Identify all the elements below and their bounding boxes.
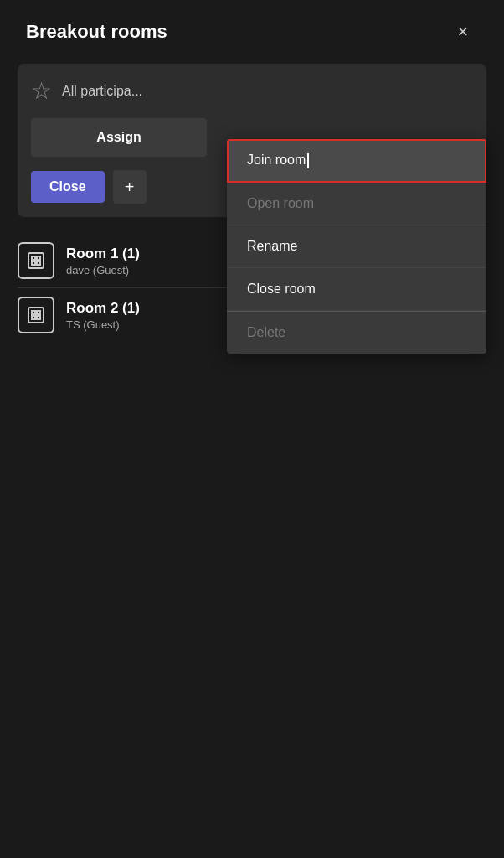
room-sub: TS (Guest) [66, 318, 140, 331]
panel-header: Breakout rooms × [9, 17, 495, 64]
svg-rect-7 [37, 311, 40, 314]
room-info: Room 1 (1) dave (Guest) [66, 246, 140, 277]
svg-rect-3 [32, 261, 35, 265]
menu-item-delete: Delete [227, 311, 486, 354]
room-icon [18, 297, 54, 333]
panel-title: Breakout rooms [26, 21, 167, 43]
close-rooms-button[interactable]: Close [31, 171, 105, 203]
room-info: Room 2 (1) TS (Guest) [66, 300, 140, 331]
room-sub: dave (Guest) [66, 264, 140, 277]
svg-rect-6 [32, 311, 35, 314]
svg-rect-8 [32, 316, 35, 319]
all-participants-row: ☆ All participa... [31, 77, 473, 105]
context-menu: Join room Open room Rename Close room De… [227, 139, 486, 354]
star-icon: ☆ [31, 77, 52, 105]
room-left: Room 1 (1) dave (Guest) [18, 242, 140, 279]
svg-rect-4 [37, 261, 40, 265]
menu-item-join-room[interactable]: Join room [227, 139, 486, 183]
svg-rect-9 [37, 316, 40, 319]
panel-close-button[interactable]: × [448, 17, 478, 47]
cursor-indicator [307, 153, 309, 168]
assign-button[interactable]: Assign [31, 118, 207, 157]
room-name: Room 2 (1) [66, 300, 140, 317]
add-room-button[interactable]: + [113, 170, 147, 204]
room-name: Room 1 (1) [66, 246, 140, 262]
menu-item-rename[interactable]: Rename [227, 225, 486, 268]
svg-rect-1 [32, 256, 35, 260]
menu-item-close-room[interactable]: Close room [227, 268, 486, 311]
menu-item-open-room: Open room [227, 183, 486, 225]
room-icon [18, 242, 54, 279]
svg-rect-2 [37, 256, 40, 260]
panel-body: ☆ All participa... Assign Close + Join r… [18, 64, 486, 217]
all-participants-label: All participa... [62, 84, 142, 99]
room-left: Room 2 (1) TS (Guest) [18, 297, 140, 333]
